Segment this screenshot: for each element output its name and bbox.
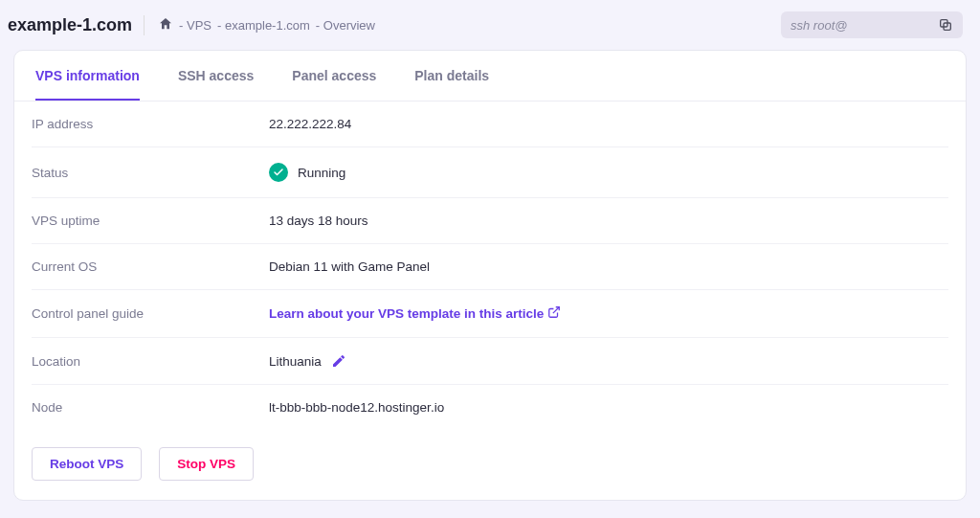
- ip-value: 22.222.222.84: [269, 117, 351, 131]
- location-value: Lithuania: [269, 354, 322, 369]
- info-table: IP address 22.222.222.84 Status Running …: [14, 101, 966, 430]
- svg-line-2: [553, 307, 559, 313]
- row-os: Current OS Debian 11 with Game Panel: [32, 244, 948, 290]
- row-location: Location Lithuania: [32, 338, 948, 385]
- copy-icon[interactable]: [938, 17, 953, 33]
- guide-link[interactable]: Learn about your VPS template in this ar…: [269, 305, 561, 322]
- domain-title: example-1.com: [8, 15, 145, 35]
- tab-panel-access[interactable]: Panel access: [292, 51, 376, 101]
- node-label: Node: [32, 400, 269, 415]
- row-status: Status Running: [32, 147, 948, 198]
- status-check-icon: [269, 163, 288, 182]
- tab-ssh-access[interactable]: SSH access: [178, 51, 254, 101]
- breadcrumb-overview: - Overview: [316, 18, 375, 33]
- ssh-command-text: ssh root@: [791, 18, 847, 33]
- breadcrumb-vps: - VPS: [179, 18, 212, 33]
- guide-label: Control panel guide: [32, 306, 269, 321]
- node-value: lt-bbb-bbb-node12.hostinger.io: [269, 400, 444, 415]
- ip-label: IP address: [32, 117, 269, 131]
- row-uptime: VPS uptime 13 days 18 hours: [32, 198, 948, 244]
- tab-bar: VPS information SSH access Panel access …: [14, 51, 966, 101]
- row-guide: Control panel guide Learn about your VPS…: [32, 290, 948, 338]
- ssh-command-box[interactable]: ssh root@: [781, 11, 963, 38]
- tab-plan-details[interactable]: Plan details: [414, 51, 489, 101]
- action-bar: Reboot VPS Stop VPS: [14, 430, 966, 500]
- page-header: example-1.com - VPS - example-1.com - Ov…: [0, 0, 980, 50]
- guide-link-text: Learn about your VPS template in this ar…: [269, 306, 544, 321]
- location-label: Location: [32, 354, 269, 369]
- row-ip: IP address 22.222.222.84: [32, 101, 948, 147]
- external-link-icon: [547, 305, 561, 322]
- tab-vps-information[interactable]: VPS information: [35, 51, 140, 101]
- stop-button[interactable]: Stop VPS: [159, 447, 254, 481]
- status-label: Status: [32, 166, 269, 180]
- breadcrumb-domain: - example-1.com: [217, 18, 310, 33]
- uptime-label: VPS uptime: [32, 214, 269, 228]
- main-card: VPS information SSH access Panel access …: [13, 50, 967, 501]
- row-node: Node lt-bbb-bbb-node12.hostinger.io: [32, 385, 948, 430]
- home-icon[interactable]: [158, 16, 173, 34]
- os-value: Debian 11 with Game Panel: [269, 259, 430, 274]
- breadcrumb: - VPS - example-1.com - Overview: [158, 16, 768, 34]
- edit-icon[interactable]: [331, 353, 346, 369]
- reboot-button[interactable]: Reboot VPS: [32, 447, 142, 481]
- status-value: Running: [298, 166, 345, 180]
- os-label: Current OS: [32, 259, 269, 274]
- uptime-value: 13 days 18 hours: [269, 214, 368, 228]
